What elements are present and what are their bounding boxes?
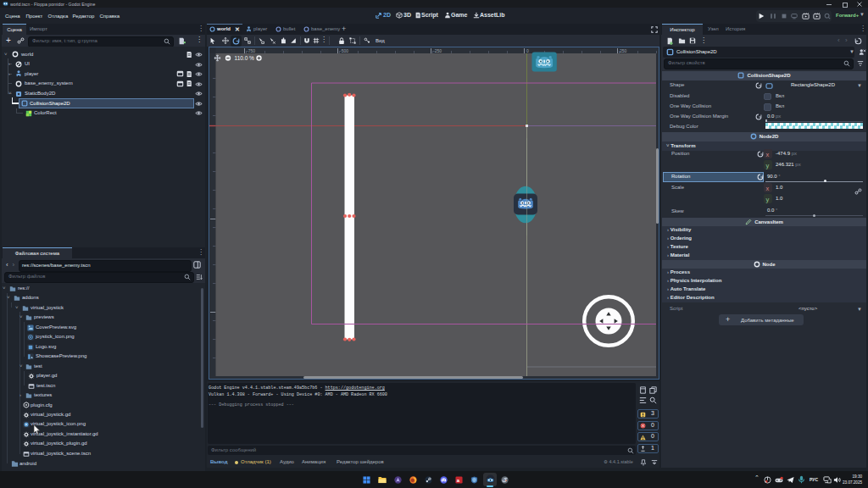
svg-text:-250: -250 xyxy=(433,48,442,53)
svg-text:0: 0 xyxy=(526,48,529,53)
svg-text:-750: -750 xyxy=(247,48,255,53)
svg-text:-500: -500 xyxy=(340,48,348,53)
svg-text:250: 250 xyxy=(620,48,627,53)
svg-text:110.0 %: 110.0 % xyxy=(235,55,255,61)
